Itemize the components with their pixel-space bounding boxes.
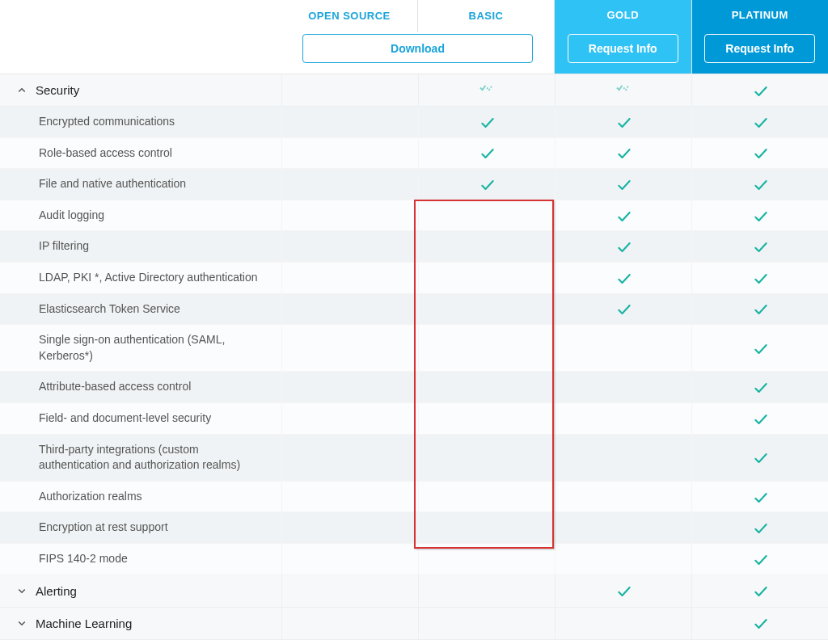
check-icon xyxy=(753,239,767,254)
check-icon xyxy=(753,115,767,129)
partial-check-icon xyxy=(479,83,494,98)
chevron-down-icon xyxy=(16,617,27,629)
feature-row: IP filtering xyxy=(0,231,828,263)
cell-open-source xyxy=(281,403,418,434)
chevron-up-icon xyxy=(16,85,27,96)
cell-platinum xyxy=(691,435,828,481)
cell-platinum xyxy=(691,200,828,231)
chevron-down-icon xyxy=(16,585,27,596)
check-icon xyxy=(479,145,494,160)
check-icon xyxy=(753,271,767,285)
tier-label-basic: BASIC xyxy=(469,10,504,22)
check-icon xyxy=(753,520,767,535)
comparison-table: OPEN SOURCE BASIC Download GOLD Request … xyxy=(0,0,828,640)
cell-open-source xyxy=(281,575,418,607)
rows-container: SecurityEncrypted communicationsRole-bas… xyxy=(0,74,828,640)
cell-open-source xyxy=(281,200,418,231)
check-icon xyxy=(616,115,631,129)
check-icon xyxy=(753,411,767,426)
cell-platinum xyxy=(691,263,828,293)
cell-open-source xyxy=(281,372,418,402)
check-icon xyxy=(753,208,767,223)
tier-platinum: PLATINUM Request Info xyxy=(691,0,829,74)
check-icon xyxy=(616,177,631,192)
check-icon xyxy=(753,380,767,394)
cell-platinum xyxy=(691,138,828,169)
cell-basic xyxy=(418,263,555,293)
feature-label: LDAP, PKI *, Active Directory authentica… xyxy=(0,263,281,293)
tier-header: OPEN SOURCE BASIC Download GOLD Request … xyxy=(0,0,828,74)
tier-label-platinum: PLATINUM xyxy=(732,9,788,21)
cell-open-source xyxy=(281,138,418,169)
cell-basic xyxy=(418,544,555,575)
check-icon xyxy=(479,115,494,129)
cell-gold xyxy=(555,263,691,293)
cell-basic xyxy=(418,74,555,106)
cell-open-source xyxy=(281,435,418,481)
cell-open-source xyxy=(281,544,418,575)
cell-open-source xyxy=(281,107,418,137)
tier-open-source: OPEN SOURCE xyxy=(281,0,417,32)
request-info-label-platinum: Request Info xyxy=(725,42,794,55)
download-button[interactable]: Download xyxy=(302,34,533,63)
feature-row: LDAP, PKI *, Active Directory authentica… xyxy=(0,263,828,294)
tier-label-gold: GOLD xyxy=(606,9,639,21)
section-row-alerting[interactable]: Alerting xyxy=(0,575,828,608)
check-icon xyxy=(753,145,767,160)
cell-basic xyxy=(418,107,555,137)
cell-open-source xyxy=(281,74,418,106)
feature-label: Role-based access control xyxy=(0,138,281,169)
check-icon xyxy=(753,616,767,630)
cell-gold xyxy=(555,231,691,262)
check-icon xyxy=(616,145,631,160)
feature-label: FIPS 140-2 mode xyxy=(0,544,281,575)
tier-label-open-source: OPEN SOURCE xyxy=(308,10,391,22)
check-icon xyxy=(753,583,767,598)
feature-label: Single sign-on authentication (SAML, Ker… xyxy=(0,325,281,371)
cell-gold xyxy=(555,200,691,231)
cell-platinum xyxy=(691,544,828,575)
feature-row: Field- and document-level security xyxy=(0,403,828,435)
section-title-ml: Machine Learning xyxy=(36,615,132,632)
cell-open-source xyxy=(281,512,418,543)
feature-label: Field- and document-level security xyxy=(0,403,281,434)
cell-platinum xyxy=(691,74,828,106)
tier-basic: BASIC xyxy=(417,0,554,32)
feature-label: Third-party integrations (custom authent… xyxy=(0,435,281,481)
cell-gold xyxy=(555,403,691,434)
download-button-label: Download xyxy=(391,42,445,55)
check-icon xyxy=(753,177,767,192)
feature-row: Third-party integrations (custom authent… xyxy=(0,435,828,482)
feature-label: IP filtering xyxy=(0,231,281,262)
header-spacer xyxy=(0,0,281,74)
feature-label: File and native authentication xyxy=(0,169,281,200)
cell-basic xyxy=(418,435,555,481)
feature-label: Authorization realms xyxy=(0,482,281,512)
tier-group-free: OPEN SOURCE BASIC Download xyxy=(281,0,554,74)
cell-platinum xyxy=(691,325,828,371)
cell-gold xyxy=(555,544,691,575)
section-title-alerting: Alerting xyxy=(36,583,77,600)
check-icon xyxy=(616,583,631,598)
cell-basic xyxy=(418,512,555,543)
feature-label: Attribute-based access control xyxy=(0,372,281,402)
feature-row: Authorization realms xyxy=(0,482,828,513)
cell-platinum xyxy=(691,403,828,434)
check-icon xyxy=(616,301,631,316)
section-row-security[interactable]: Security xyxy=(0,74,828,107)
cell-platinum xyxy=(691,575,828,607)
cell-basic xyxy=(418,138,555,169)
request-info-button-gold[interactable]: Request Info xyxy=(568,34,678,63)
request-info-button-platinum[interactable]: Request Info xyxy=(704,34,815,63)
section-row-ml[interactable]: Machine Learning xyxy=(0,608,828,640)
section-label: Security xyxy=(0,74,281,106)
check-icon xyxy=(753,341,767,356)
feature-row: FIPS 140-2 mode xyxy=(0,544,828,575)
cell-open-source xyxy=(281,231,418,262)
cell-open-source xyxy=(281,482,418,512)
cell-basic xyxy=(418,403,555,434)
cell-platinum xyxy=(691,608,828,639)
feature-row: Audit logging xyxy=(0,200,828,232)
feature-label: Elasticsearch Token Service xyxy=(0,294,281,325)
section-label: Machine Learning xyxy=(0,608,281,639)
